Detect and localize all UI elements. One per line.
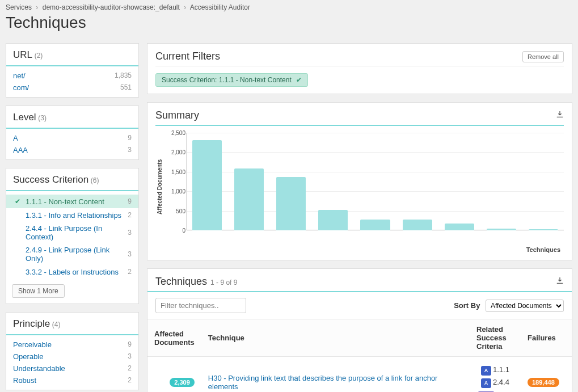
chart-bar[interactable]: [445, 224, 474, 230]
facet-count: (4): [52, 321, 61, 328]
chart-bar[interactable]: [403, 220, 432, 230]
col-technique[interactable]: Technique: [201, 319, 470, 357]
techniques-title: Techniques: [155, 276, 207, 288]
check-icon: [13, 267, 22, 276]
page-title: Techniques: [0, 12, 578, 43]
techniques-table: Affected Documents Technique Related Suc…: [147, 319, 572, 392]
techniques-panel: Techniques 1 - 9 of 9 Sort By Affected D…: [147, 268, 572, 392]
ytick: 500: [164, 208, 185, 214]
summary-chart: Affected Documents 05001,0001,5002,0002,…: [155, 133, 564, 241]
facet-success-criterion: Success Criterion (6) 1.1.1 - Non-text C…: [6, 168, 139, 304]
summary-panel: Summary Affected Documents 05001,0001,50…: [147, 102, 572, 260]
col-affected[interactable]: Affected Documents: [147, 319, 201, 357]
facet-item[interactable]: net/ 1,835: [6, 70, 138, 82]
sc-code: 1.1.1: [493, 365, 509, 374]
filter-techniques-input[interactable]: [155, 298, 246, 313]
facet-count: (3): [38, 114, 47, 122]
facet-item[interactable]: 3.3.2 - Labels or Instructions2: [6, 265, 138, 279]
sc-code: 2.4.4: [493, 378, 509, 386]
check-icon: [13, 250, 22, 259]
facet-item[interactable]: com/ 551: [6, 82, 138, 94]
technique-link[interactable]: H30 - Providing link text that describes…: [208, 374, 438, 391]
ytick: 0: [164, 227, 185, 234]
filter-tag[interactable]: Success Criterion: 1.1.1 - Non-text Cont…: [155, 73, 308, 87]
facet-item[interactable]: 1.3.1 - Info and Relationships2: [6, 208, 138, 222]
techniques-range: 1 - 9 of 9: [210, 279, 237, 286]
current-filters-title: Current Filters: [155, 50, 220, 62]
breadcrumb-item[interactable]: Services: [6, 3, 32, 11]
level-badge: A: [481, 366, 491, 376]
main-content: Current Filters Remove all Success Crite…: [147, 43, 572, 392]
ytick: 2,500: [164, 130, 185, 136]
chart-ylabel: Affected Documents: [155, 133, 164, 241]
chevron-right-icon: ›: [184, 3, 186, 11]
chart-bar[interactable]: [487, 229, 516, 230]
level-badge: A: [481, 378, 491, 388]
chart-bar[interactable]: [276, 177, 306, 230]
sort-by-select[interactable]: Affected Documents: [486, 300, 564, 312]
facet-count: (2): [35, 52, 43, 60]
breadcrumb-item[interactable]: Accessibility Auditor: [190, 3, 250, 11]
sort-by-label: Sort By: [454, 301, 480, 310]
check-icon: [13, 228, 22, 237]
facet-item[interactable]: Understandable2: [6, 363, 138, 374]
facet-principle: Principle (4) Perceivable9Operable3Under…: [6, 312, 139, 390]
sidebar: URL (2) net/ 1,835 com/ 551 Level (3): [6, 43, 139, 392]
filter-tag-label: Success Criterion: 1.1.1 - Non-text Cont…: [162, 76, 292, 84]
facet-item[interactable]: Perceivable9: [6, 339, 138, 351]
facet-title: URL: [13, 49, 32, 60]
facet-label: 3.3.2 - Labels or Instructions: [26, 268, 125, 276]
breadcrumb-item[interactable]: demo-accessibility-auditor-showcase:_def…: [43, 3, 180, 11]
ytick: 1,500: [164, 168, 185, 175]
summary-title: Summary: [155, 109, 199, 121]
facet-item[interactable]: AAA 3: [6, 144, 138, 156]
facet-item[interactable]: 1.1.1 - Non-text Content9: [6, 195, 138, 208]
download-icon[interactable]: [556, 277, 564, 286]
facet-count: (6): [91, 176, 99, 184]
chart-bar[interactable]: [234, 168, 264, 230]
facet-title: Success Criterion: [13, 174, 88, 185]
facet-count: 3: [128, 250, 132, 258]
facet-count: 3: [128, 229, 132, 237]
facet-title: Principle: [13, 318, 50, 329]
show-more-button[interactable]: Show 1 More: [12, 284, 65, 298]
breadcrumbs: Services › demo-accessibility-auditor-sh…: [0, 0, 578, 12]
chart-bar[interactable]: [318, 210, 348, 230]
failures-badge: 189,448: [528, 378, 559, 387]
download-icon[interactable]: [556, 111, 564, 120]
col-related[interactable]: Related Success Criteria: [470, 319, 521, 357]
table-row: 2,309H30 - Providing link text that desc…: [147, 357, 572, 393]
facet-count: 2: [128, 268, 132, 276]
check-icon: [13, 197, 22, 206]
chart-bar[interactable]: [529, 229, 558, 230]
remove-all-button[interactable]: Remove all: [522, 51, 564, 62]
facet-count: 9: [128, 197, 132, 205]
chevron-right-icon: ›: [36, 3, 38, 11]
facet-item[interactable]: A 9: [6, 132, 138, 144]
facet-title: Level: [13, 112, 36, 123]
facet-label: 2.4.4 - Link Purpose (In Context): [26, 224, 125, 241]
affected-badge: 2,309: [170, 378, 195, 387]
facet-item[interactable]: 2.4.4 - Link Purpose (In Context)3: [6, 222, 138, 243]
facet-level: Level (3) A 9 AAA 3: [6, 106, 139, 160]
check-icon: ✔: [296, 76, 302, 84]
current-filters-panel: Current Filters Remove all Success Crite…: [147, 43, 572, 94]
chart-bar[interactable]: [360, 220, 390, 230]
chart-bar[interactable]: [192, 140, 222, 230]
col-failures[interactable]: Failures: [521, 319, 572, 357]
facet-label: 1.1.1 - Non-text Content: [26, 197, 125, 206]
facet-item[interactable]: 2.4.9 - Link Purpose (Link Only)3: [6, 243, 138, 265]
facet-label: 2.4.9 - Link Purpose (Link Only): [26, 246, 125, 263]
ytick: 1,000: [164, 188, 185, 195]
facet-item[interactable]: Robust2: [6, 374, 138, 386]
facet-url: URL (2) net/ 1,835 com/ 551: [6, 43, 139, 98]
facet-count: 2: [128, 211, 132, 219]
ytick: 2,000: [164, 149, 185, 155]
check-icon: [13, 210, 22, 220]
facet-label: 1.3.1 - Info and Relationships: [26, 211, 125, 220]
facet-item[interactable]: Operable3: [6, 351, 138, 363]
chart-xlabel: Techniques: [155, 246, 564, 253]
